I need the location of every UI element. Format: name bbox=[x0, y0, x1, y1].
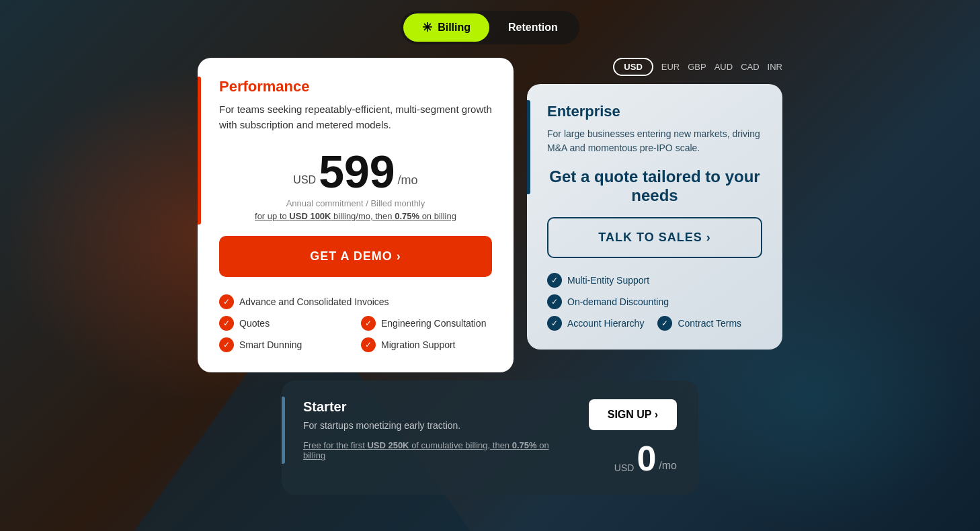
check-icon: ✓ bbox=[361, 337, 376, 352]
starter-right: SIGN UP › USD 0 /mo bbox=[589, 399, 677, 476]
get-demo-label: GET A DEMO › bbox=[310, 249, 401, 263]
performance-currency: USD bbox=[293, 174, 316, 186]
check-icon: ✓ bbox=[547, 316, 562, 331]
performance-accent bbox=[198, 77, 201, 224]
get-demo-button[interactable]: GET A DEMO › bbox=[219, 236, 492, 277]
enterprise-description: For large businesses entering new market… bbox=[547, 127, 762, 155]
starter-currency: USD bbox=[614, 462, 635, 473]
right-column: USD EUR GBP AUD CAD INR Enterprise For l… bbox=[527, 58, 782, 350]
performance-title: Performance bbox=[219, 78, 492, 95]
feature-quotes: ✓ Quotes bbox=[219, 316, 350, 331]
currency-eur[interactable]: EUR bbox=[661, 62, 680, 72]
currency-usd[interactable]: USD bbox=[613, 58, 653, 76]
feature-migration: ✓ Migration Support bbox=[361, 337, 492, 352]
performance-per-mo: /mo bbox=[398, 173, 418, 188]
check-icon: ✓ bbox=[657, 316, 672, 331]
check-icon: ✓ bbox=[219, 337, 234, 352]
signup-label: SIGN UP › bbox=[608, 409, 658, 421]
currency-cad[interactable]: CAD bbox=[741, 62, 759, 72]
enterprise-accent bbox=[527, 100, 530, 194]
performance-features: ✓ Advance and Consolidated Invoices ✓ Qu… bbox=[219, 294, 492, 352]
check-icon: ✓ bbox=[219, 294, 234, 309]
starter-card: Starter For startups monetizing early tr… bbox=[282, 380, 698, 495]
currency-aud[interactable]: AUD bbox=[714, 62, 733, 72]
performance-description: For teams seeking repeatably-efficient, … bbox=[219, 102, 492, 132]
check-icon: ✓ bbox=[547, 294, 562, 309]
tab-switcher: ✳ Billing Retention bbox=[401, 11, 579, 44]
starter-description: For startups monetizing early traction. bbox=[303, 420, 573, 431]
starter-price: USD 0 /mo bbox=[614, 441, 677, 476]
starter-per-mo: /mo bbox=[659, 460, 677, 472]
tab-retention-label: Retention bbox=[508, 22, 558, 34]
currency-gbp[interactable]: GBP bbox=[688, 62, 706, 72]
check-icon: ✓ bbox=[219, 316, 234, 331]
feature-engineering: ✓ Engineering Consultation bbox=[361, 316, 492, 331]
feature-invoices: ✓ Advance and Consolidated Invoices bbox=[219, 294, 492, 309]
tab-billing-label: Billing bbox=[438, 22, 471, 34]
starter-billing-link: Free for the first USD 250K of cumulativ… bbox=[303, 440, 573, 460]
enterprise-title: Enterprise bbox=[547, 103, 762, 120]
starter-accent bbox=[282, 397, 285, 464]
feature-dunning: ✓ Smart Dunning bbox=[219, 337, 350, 352]
feature-discounting: ✓ On-demand Discounting bbox=[547, 294, 762, 309]
feature-contract-terms: ✓ Contract Terms bbox=[657, 316, 741, 331]
check-icon: ✓ bbox=[361, 316, 376, 331]
enterprise-features: ✓ Multi-Entity Support ✓ On-demand Disco… bbox=[547, 273, 762, 331]
billing-icon: ✳ bbox=[422, 20, 432, 35]
starter-title: Starter bbox=[303, 399, 573, 415]
enterprise-quote: Get a quote tailored to your needs bbox=[547, 167, 762, 205]
check-icon: ✓ bbox=[547, 273, 562, 288]
talk-to-sales-label: TALK TO SALES › bbox=[598, 231, 710, 245]
performance-billing-link: for up to USD 100K billing/mo, then 0.75… bbox=[219, 211, 492, 221]
main-content: ✳ Billing Retention Performance For team… bbox=[0, 0, 980, 531]
currency-inr[interactable]: INR bbox=[768, 62, 782, 72]
feature-multi-entity: ✓ Multi-Entity Support bbox=[547, 273, 762, 288]
signup-button[interactable]: SIGN UP › bbox=[589, 399, 677, 430]
tab-billing[interactable]: ✳ Billing bbox=[403, 13, 489, 42]
starter-price-number: 0 bbox=[637, 441, 656, 476]
performance-billing-note: Annual commitment / Billed monthly bbox=[219, 198, 492, 208]
feature-double-row: ✓ Account Hierarchy ✓ Contract Terms bbox=[547, 316, 762, 331]
currency-selector: USD EUR GBP AUD CAD INR bbox=[527, 58, 782, 76]
cards-container: Performance For teams seeking repeatably… bbox=[198, 58, 782, 372]
enterprise-card: Enterprise For large businesses entering… bbox=[527, 84, 782, 350]
tab-retention[interactable]: Retention bbox=[489, 13, 577, 42]
feature-account-hierarchy: ✓ Account Hierarchy bbox=[547, 316, 644, 331]
talk-to-sales-button[interactable]: TALK TO SALES › bbox=[547, 217, 762, 258]
performance-price: 599 bbox=[319, 149, 395, 194]
performance-price-row: USD 599 /mo bbox=[219, 149, 492, 194]
starter-left: Starter For startups monetizing early tr… bbox=[303, 399, 573, 460]
performance-card: Performance For teams seeking repeatably… bbox=[198, 58, 514, 372]
